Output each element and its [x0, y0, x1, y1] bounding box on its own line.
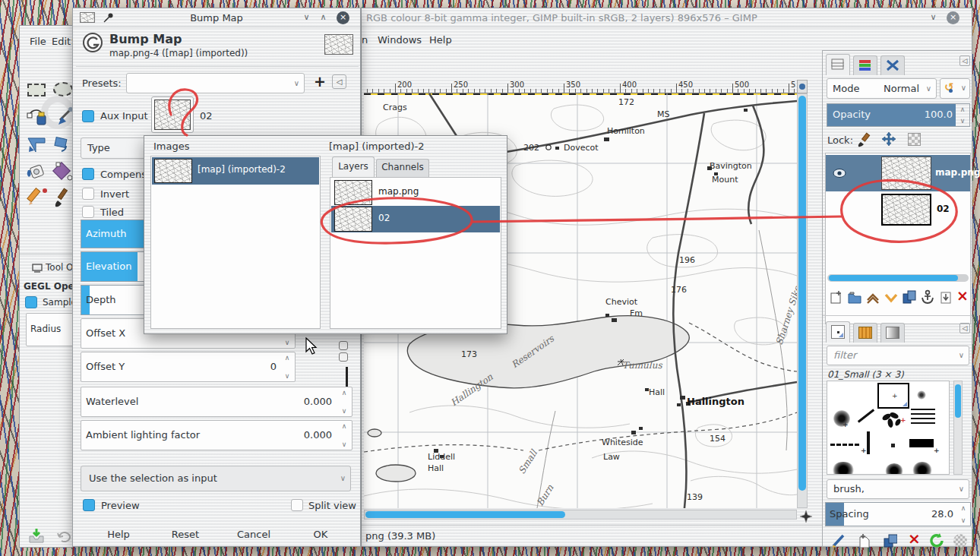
tool-options-title[interactable]: Tool Option [46, 262, 73, 273]
tool-transform-1[interactable] [27, 134, 48, 155]
dock-menu-button[interactable]: ◁ [959, 55, 970, 66]
presets-combo[interactable]: ∨ [126, 73, 305, 93]
waterlevel-spinscale[interactable]: Waterlevel 0.000 ∧∨ [81, 387, 352, 417]
split-view-checkbox[interactable] [291, 499, 303, 511]
refresh-brushes-button[interactable] [929, 532, 944, 548]
save-tool-preset-icon[interactable] [27, 527, 46, 544]
layer-name[interactable]: map.png [935, 167, 980, 178]
opacity-spinscale[interactable]: Opacity 100.0 ∧∨ [827, 103, 970, 127]
mode-reset-button[interactable]: ↺ ∨ [940, 78, 970, 99]
tool-transform-2[interactable] [52, 134, 73, 155]
aux-input-thumbnail-button[interactable] [151, 96, 194, 133]
tab-layers-dock[interactable] [826, 54, 850, 75]
popup-layer-row-02[interactable]: 02 [331, 206, 500, 232]
menu-item-help[interactable]: Help [429, 34, 452, 46]
preset-menu-button[interactable]: ◁ [332, 74, 346, 89]
offset-chain-icon[interactable] [339, 341, 348, 350]
tab-channels[interactable]: Channels [376, 159, 429, 177]
add-preset-button[interactable]: + [314, 73, 326, 90]
tool-gradient[interactable] [52, 161, 73, 184]
canvas-hscrollbar[interactable] [364, 510, 797, 520]
spacing-spinscale[interactable]: Spacing 28.0 ∧∨ [825, 502, 971, 526]
brush-item-line[interactable] [858, 409, 874, 422]
anchor-layer-button[interactable] [920, 289, 935, 305]
dialog-unshade-icon[interactable]: ∧ [317, 11, 330, 24]
lower-layer-button[interactable] [884, 289, 899, 305]
layers-list-scrollbar[interactable] [827, 274, 969, 282]
brush-item-dot[interactable] [917, 390, 926, 400]
brush-item-selected[interactable]: + [877, 383, 909, 409]
delete-brush-button[interactable]: × [908, 529, 923, 545]
menu-item-windows[interactable]: Windows [378, 34, 422, 46]
dock-menu-button-2[interactable]: ◁ [959, 323, 970, 333]
compensate-checkbox[interactable] [82, 168, 94, 180]
dialog-titlebar[interactable]: Bump Map ∨ ∧ × [73, 8, 360, 27]
mode-combo[interactable]: Mode Normal ∨ [827, 78, 937, 99]
brush-item-bar[interactable] [909, 439, 934, 447]
dialog-close-icon[interactable]: × [337, 11, 349, 24]
preview-checkbox[interactable] [83, 499, 95, 511]
brush-grid[interactable]: + + + + + [827, 381, 950, 475]
selection-input-combo[interactable]: Use the selection as input ∨ [81, 466, 351, 491]
dialog-shade-icon[interactable]: ∨ [300, 11, 313, 24]
tab-patterns[interactable] [853, 323, 877, 343]
revert-tool-preset-icon[interactable] [56, 530, 73, 544]
help-button[interactable]: Help [96, 529, 141, 540]
raise-layer-button[interactable] [865, 289, 880, 305]
tab-gradients[interactable] [880, 323, 905, 343]
edit-brush-button[interactable] [830, 532, 846, 548]
image-window-titlebar[interactable]: RGB colour 8-bit gamma integer, GIMP bui… [362, 8, 972, 27]
tab-layers[interactable]: Layers [332, 156, 375, 178]
tool-paintbrush[interactable] [52, 187, 73, 210]
menu-file[interactable]: File [30, 36, 46, 47]
brush-item-blob2[interactable] [885, 463, 903, 475]
horizontal-ruler[interactable]: 200 250 300 350 400 450 500 5 [364, 80, 797, 93]
layer-thumbnail[interactable] [881, 194, 931, 226]
offset-y-spinscale[interactable]: Offset Y 0 ∧∨ [81, 352, 296, 382]
layer-row-02[interactable]: 02 [826, 191, 970, 228]
tab-channels-dock[interactable] [853, 55, 877, 75]
canvas-vscrollbar[interactable] [797, 93, 808, 508]
layer-name[interactable]: 02 [937, 204, 950, 214]
reset-button[interactable]: Reset [163, 529, 208, 540]
radius-spinscale[interactable]: Radius [26, 313, 73, 346]
brush-item-grass[interactable] [911, 409, 935, 425]
brush-item-vbar[interactable] [867, 431, 870, 454]
duplicate-brush-button[interactable] [882, 532, 897, 548]
sample-average-checkbox[interactable] [25, 296, 37, 308]
tool-color-picker[interactable] [52, 106, 73, 128]
merge-layer-button[interactable] [938, 289, 953, 305]
navigation-cross-icon[interactable] [799, 510, 813, 523]
lock-alpha-icon[interactable] [908, 133, 921, 146]
lock-paint-icon[interactable] [856, 132, 873, 147]
popup-layer-row-map[interactable]: map.png [331, 179, 500, 206]
brush-grid-scrollbar[interactable] [953, 381, 963, 475]
new-brush-button[interactable] [856, 532, 871, 548]
tab-brushes[interactable] [826, 321, 850, 343]
brush-item-blob3[interactable] [912, 462, 932, 475]
ambient-spinscale[interactable]: Ambient lighting factor 0.000 ∧∨ [81, 420, 352, 450]
brush-item-smalldot[interactable] [891, 444, 895, 447]
menu-item-partial[interactable]: n [362, 34, 368, 46]
duplicate-layer-button[interactable] [902, 289, 917, 305]
layer-row-map[interactable]: map.png [826, 155, 970, 191]
tool-ellipse-select[interactable] [53, 82, 73, 96]
tool-paths[interactable] [27, 106, 48, 128]
brush-filter-input[interactable]: filter ∨ [827, 346, 969, 365]
delete-layer-button[interactable]: × [956, 287, 972, 302]
new-layer-button[interactable] [829, 289, 844, 305]
menu-edit[interactable]: Edit [52, 36, 71, 47]
new-group-button[interactable] [847, 289, 862, 305]
tool-pencil[interactable] [26, 187, 49, 210]
ok-button[interactable]: OK [298, 529, 343, 540]
invert-checkbox[interactable] [82, 188, 94, 200]
brush-item-blob1[interactable] [832, 462, 855, 475]
brush-item-dashed[interactable] [830, 444, 859, 446]
quickmask-corner-button[interactable] [797, 80, 808, 93]
tab-paths-dock[interactable] [880, 55, 905, 75]
tool-bucket-fill[interactable] [26, 161, 49, 184]
aux-input-checkbox[interactable] [82, 110, 94, 122]
tool-rect-select[interactable] [27, 84, 46, 96]
brush-name-combo[interactable]: brush, ∨ [827, 479, 969, 499]
visibility-eye-icon[interactable] [833, 169, 846, 178]
